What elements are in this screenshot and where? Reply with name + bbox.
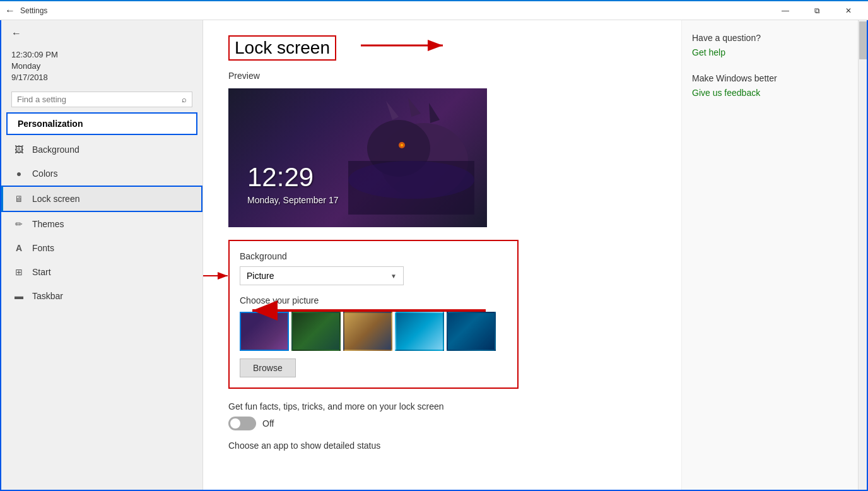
sidebar-item-taskbar-label: Taskbar <box>32 291 63 301</box>
search-input[interactable] <box>12 92 177 107</box>
fun-facts-label: Get fun facts, tips, tricks, and more on… <box>228 401 656 411</box>
feedback-section: Make Windows better Give us feedback <box>692 73 848 98</box>
sidebar-item-taskbar[interactable]: ▬ Taskbar <box>1 284 202 308</box>
thumbnail-4[interactable] <box>395 312 444 351</box>
svg-marker-5 <box>408 98 421 117</box>
date-full: 9/17/2018 <box>11 72 192 83</box>
fun-facts-section: Get fun facts, tips, tricks, and more on… <box>228 401 656 430</box>
toggle-off-label: Off <box>262 418 274 429</box>
dropdown-arrow-icon: ▼ <box>390 273 397 280</box>
window-controls: — ⧉ ✕ <box>771 1 863 21</box>
sidebar-item-fonts-label: Fonts <box>32 243 54 253</box>
preview-date: Monday, September 17 <box>247 195 339 205</box>
thumbnail-1[interactable] <box>240 312 289 351</box>
sidebar-item-colors-label: Colors <box>32 169 57 179</box>
back-button[interactable]: ← <box>5 5 15 16</box>
page-title: Lock screen <box>235 38 330 58</box>
give-feedback-link[interactable]: Give us feedback <box>692 88 760 98</box>
search-bar[interactable]: ⌕ <box>11 92 192 107</box>
app-container: ← 12:30:09 PM Monday 9/17/2018 ⌕ Persona… <box>0 20 868 491</box>
make-windows-better-label: Make Windows better <box>692 73 848 83</box>
time-display: 12:30:09 PM <box>11 49 192 61</box>
sidebar: ← 12:30:09 PM Monday 9/17/2018 ⌕ Persona… <box>1 20 203 490</box>
sidebar-item-background[interactable]: 🖼 Background <box>1 138 202 162</box>
sidebar-back-button[interactable]: ← <box>11 28 21 39</box>
preview-image <box>348 98 474 215</box>
svg-point-10 <box>348 161 474 199</box>
svg-marker-6 <box>429 103 440 123</box>
toggle-row: Off <box>228 417 656 430</box>
sidebar-item-themes-label: Themes <box>32 219 64 229</box>
help-section: Have a question? Get help <box>692 33 848 58</box>
thumbnail-3[interactable] <box>343 312 392 351</box>
browse-button[interactable]: Browse <box>240 358 296 377</box>
fonts-icon: A <box>13 242 25 254</box>
lock-screen-preview: 12:29 Monday, September 17 <box>228 88 487 227</box>
background-dropdown[interactable]: Picture ▼ <box>240 266 404 285</box>
close-button[interactable]: ✕ <box>834 1 863 21</box>
sidebar-item-background-label: Background <box>32 145 79 155</box>
preview-label: Preview <box>228 71 656 81</box>
thumbnail-2[interactable] <box>291 312 341 351</box>
datetime-display: 12:30:09 PM Monday 9/17/2018 <box>1 47 202 92</box>
have-a-question-label: Have a question? <box>692 33 848 43</box>
svg-point-8 <box>401 144 403 146</box>
minimize-button[interactable]: — <box>771 1 800 21</box>
right-panel: Have a question? Get help Make Windows b… <box>681 20 858 490</box>
detailed-status-label: Choose an app to show detailed status <box>228 441 656 451</box>
background-section: Background Picture ▼ Choose your picture <box>228 240 519 389</box>
sidebar-item-start-label: Start <box>32 267 51 277</box>
sidebar-item-lock-screen-label: Lock screen <box>32 194 79 204</box>
background-icon: 🖼 <box>13 144 25 155</box>
app-title: Settings <box>20 6 47 15</box>
picture-thumbnails <box>240 312 507 351</box>
sidebar-item-fonts[interactable]: A Fonts <box>1 236 202 260</box>
sidebar-item-lock-screen[interactable]: 🖥 Lock screen <box>1 186 202 212</box>
lock-screen-icon: 🖥 <box>13 193 25 204</box>
sidebar-item-themes[interactable]: ✏ Themes <box>1 212 202 236</box>
themes-icon: ✏ <box>13 218 25 230</box>
colors-icon: ● <box>13 168 25 179</box>
choose-picture-label: Choose your picture <box>240 295 507 305</box>
get-help-link[interactable]: Get help <box>692 47 725 57</box>
date-display: Monday <box>11 61 192 72</box>
titlebar: ← Settings — ⧉ ✕ <box>0 0 868 20</box>
restore-button[interactable]: ⧉ <box>802 1 831 21</box>
search-button[interactable]: ⌕ <box>177 92 192 107</box>
background-label: Background <box>240 251 507 261</box>
start-icon: ⊞ <box>13 266 25 278</box>
sidebar-header: ← <box>1 20 202 47</box>
arrow-to-dropdown <box>203 269 234 282</box>
sidebar-item-start[interactable]: ⊞ Start <box>1 260 202 284</box>
scrollbar-thumb[interactable] <box>859 21 867 59</box>
sidebar-item-colors[interactable]: ● Colors <box>1 162 202 186</box>
main-content: Lock screen Preview <box>203 20 681 490</box>
thumbnail-5[interactable] <box>447 312 496 351</box>
taskbar-icon: ▬ <box>13 290 25 302</box>
svg-marker-4 <box>386 101 399 120</box>
titlebar-left: ← Settings <box>5 5 47 16</box>
scrollbar[interactable] <box>858 20 867 490</box>
dropdown-value: Picture <box>247 271 274 281</box>
personalization-label: Personalization <box>6 112 197 135</box>
arrow-to-title <box>355 20 455 71</box>
preview-time: 12:29 <box>247 162 314 192</box>
fun-facts-toggle[interactable] <box>228 417 256 430</box>
